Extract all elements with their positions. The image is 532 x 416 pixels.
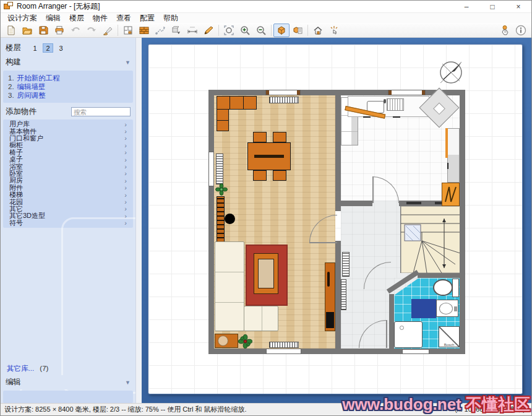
step-link[interactable]: 编辑墙壁 <box>17 83 46 90</box>
move-points-icon[interactable] <box>152 24 168 37</box>
collapse-arrow-icon[interactable]: ▼ <box>125 379 131 386</box>
view-3d-icon[interactable] <box>273 24 290 37</box>
menu-item[interactable]: 帮助 <box>159 13 182 24</box>
menu-item[interactable]: 楼层 <box>65 13 88 24</box>
window-top-living[interactable] <box>265 90 301 95</box>
room-wizard-icon[interactable] <box>120 24 136 37</box>
undo-icon[interactable] <box>67 24 84 37</box>
build-walls-icon[interactable] <box>136 24 152 37</box>
build-step[interactable]: 3.房间调整 <box>8 91 128 100</box>
compass-symbol[interactable] <box>437 58 465 89</box>
info-icon[interactable] <box>513 24 529 37</box>
save-icon[interactable] <box>35 24 51 37</box>
window-top-kitchen[interactable] <box>388 90 426 95</box>
sofa[interactable] <box>215 241 244 331</box>
zoom-out-icon[interactable] <box>253 24 269 37</box>
floor-plan[interactable]: Bosch <box>208 90 465 354</box>
search-input[interactable] <box>71 107 131 116</box>
wall-bathroom-top[interactable] <box>418 273 460 278</box>
wall-right[interactable] <box>460 90 465 354</box>
wall-interior-vertical-lower[interactable] <box>335 241 341 349</box>
measure-icon[interactable] <box>184 24 200 37</box>
window-left-living[interactable] <box>208 152 214 186</box>
staircase[interactable] <box>400 206 460 273</box>
more-libraries[interactable]: 其它库... (7) <box>1 362 54 376</box>
radiator[interactable] <box>269 342 299 348</box>
corner-sofa[interactable] <box>217 109 229 131</box>
build-section-header[interactable]: 构建 ▼ <box>1 55 135 69</box>
zoom-fit-icon[interactable] <box>221 24 237 37</box>
more-libraries-link[interactable]: 其它库... <box>7 365 34 372</box>
walkthrough-icon[interactable] <box>310 24 326 37</box>
click-action-icon[interactable] <box>326 24 342 37</box>
floors-row: 楼层 123 <box>1 41 135 55</box>
edit-pen-icon[interactable] <box>200 24 217 37</box>
kitchen-appliance[interactable] <box>442 183 460 206</box>
menu-item[interactable]: 编辑 <box>41 13 65 24</box>
open-folder-icon[interactable] <box>19 24 35 37</box>
dining-chair[interactable] <box>253 132 267 142</box>
step-number: 1. <box>8 74 14 82</box>
bath-mat[interactable] <box>411 299 436 318</box>
edit-section-header[interactable]: 编辑 ▼ <box>1 375 135 389</box>
step-link[interactable]: 房间调整 <box>17 92 46 99</box>
floor-lamp[interactable] <box>225 214 235 224</box>
window-bathroom[interactable] <box>402 349 429 354</box>
dining-chair[interactable] <box>273 132 286 142</box>
radiator[interactable] <box>216 154 223 184</box>
zoom-in-icon[interactable] <box>237 24 253 37</box>
corner-sofa[interactable] <box>217 96 257 110</box>
sidebar-splitter[interactable] <box>135 38 142 403</box>
build-step[interactable]: 1.开始新的工程 <box>8 74 128 82</box>
format-painter-icon[interactable] <box>100 24 116 37</box>
print-icon[interactable] <box>51 24 67 37</box>
wall-left[interactable] <box>208 90 214 354</box>
radiator[interactable] <box>269 97 299 103</box>
potted-plant[interactable] <box>215 183 228 197</box>
minimize-button[interactable]: – <box>453 1 479 12</box>
radiator[interactable] <box>341 279 346 310</box>
floor-tab[interactable]: 2 <box>43 43 53 53</box>
new-document-icon[interactable] <box>3 24 19 37</box>
close-button[interactable]: × <box>505 1 531 12</box>
toilet[interactable] <box>433 279 453 296</box>
shower-tray[interactable] <box>394 321 423 348</box>
dining-chair[interactable] <box>273 170 286 181</box>
collapse-arrow-icon[interactable]: ▼ <box>125 59 131 66</box>
shelf-unit[interactable] <box>217 196 225 243</box>
floor-tab[interactable]: 3 <box>56 43 66 53</box>
chevron-right-icon: › <box>124 170 127 177</box>
wall-top[interactable] <box>208 90 465 95</box>
dining-table[interactable] <box>247 142 291 170</box>
washing-machine[interactable]: Bosch <box>439 326 460 347</box>
sofa-chaise[interactable] <box>244 306 278 331</box>
chevron-right-icon: › <box>124 198 127 206</box>
side-table[interactable] <box>215 334 238 348</box>
kitchen-side-counter[interactable] <box>447 128 460 183</box>
counter-orange-edge <box>445 128 448 158</box>
potted-plant[interactable] <box>238 334 252 350</box>
menu-item[interactable]: 设计方案 <box>3 13 41 24</box>
bathroom-sink[interactable] <box>436 300 458 317</box>
menu-item[interactable]: 查看 <box>112 13 135 24</box>
canvas-page[interactable]: Bosch <box>148 44 523 394</box>
window-bottom-living[interactable] <box>266 349 301 354</box>
tv-cabinet[interactable] <box>325 262 335 331</box>
pointer-hand-icon[interactable] <box>497 24 513 37</box>
wall-hall-left[interactable] <box>341 201 372 206</box>
redo-icon[interactable] <box>84 24 100 37</box>
category-label: 符号 <box>9 219 23 228</box>
dining-chair[interactable] <box>253 170 267 181</box>
build-step[interactable]: 2.编辑墙壁 <box>8 82 128 91</box>
floor-tab[interactable]: 1 <box>30 43 40 53</box>
wall-interior-vertical-upper[interactable] <box>335 95 341 211</box>
wall-bathroom-left[interactable] <box>389 294 394 349</box>
coffee-table[interactable] <box>254 253 278 294</box>
menu-item[interactable]: 配置 <box>135 13 159 24</box>
menu-item[interactable]: 物件 <box>88 13 112 24</box>
step-link[interactable]: 开始新的工程 <box>17 74 60 82</box>
insert-object-icon[interactable] <box>168 24 184 37</box>
object-list-icon[interactable] <box>290 24 306 37</box>
maximize-button[interactable]: □ <box>479 1 505 12</box>
radiator[interactable] <box>342 252 350 277</box>
